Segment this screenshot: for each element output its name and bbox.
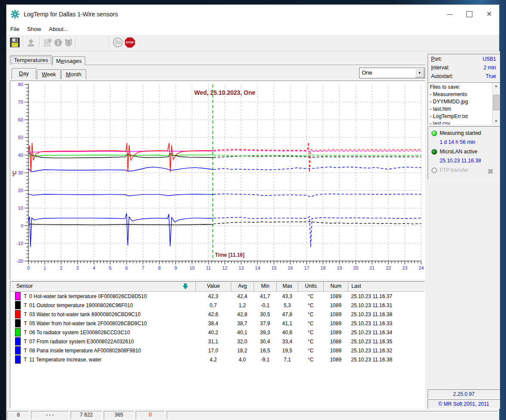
column-header-avg[interactable]: Avg [231, 282, 254, 291]
column-header-value[interactable]: Value [196, 282, 231, 291]
menu-file[interactable]: File [6, 24, 23, 35]
statusbar-cell-3: 7 622 [71, 411, 102, 419]
sensor-type: T [22, 302, 29, 308]
column-header-min[interactable]: Min [254, 282, 276, 291]
scrollbar-thumb[interactable] [493, 95, 500, 110]
scroll-down-icon[interactable]: ▼ [493, 118, 500, 124]
files-to-save-box[interactable]: Files to save: - Measurements- DYYMMDD.j… [428, 82, 500, 125]
svg-text:10: 10 [189, 265, 195, 271]
scroll-up-icon[interactable]: ▲ [493, 83, 500, 89]
sensor-units: °C [298, 339, 323, 345]
table-row[interactable]: T08 Pana inside temperature AF000802808F… [10, 346, 425, 355]
app-window: LogTemp for Dallas 1-Wire sensors ✕ File… [6, 4, 500, 420]
column-header-num[interactable]: Num [323, 282, 348, 291]
svg-text:23: 23 [402, 265, 407, 271]
svg-text:1: 1 [43, 265, 46, 271]
file-list-item: - last.htm [430, 106, 492, 113]
svg-text:24: 24 [419, 265, 424, 271]
sensor-type: T [22, 320, 29, 327]
title-bar: LogTemp for Dallas 1-Wire sensors ✕ [6, 5, 499, 24]
properties-button[interactable] [42, 37, 53, 48]
sensor-last: 25.10.23 11.16.33 [348, 320, 425, 327]
sensor-avg: 40,1 [231, 330, 254, 336]
table-row[interactable]: T03 Water to hot-water tank 690008026CBD… [10, 310, 425, 319]
svg-text:10: 10 [18, 205, 23, 211]
sensor-last: 25.10.23 11.16.31 [348, 302, 425, 308]
sensor-avg: 32,0 [231, 339, 254, 345]
upload-button[interactable] [25, 37, 37, 48]
column-header-sensor[interactable]: Sensor [10, 282, 196, 291]
tab-day[interactable]: Day [12, 68, 36, 79]
measuring-label: Measuring started [440, 130, 481, 136]
svg-text:19: 19 [337, 265, 342, 271]
sensor-max: 5,3 [276, 302, 298, 308]
chevron-down-icon: ▼ [418, 71, 422, 75]
microlan-label: MicroLAN active [440, 149, 477, 155]
menu-about[interactable]: About... [45, 24, 72, 35]
sensor-value: 38,4 [196, 320, 231, 327]
sensor-num: 1089 [323, 293, 348, 299]
close-button[interactable]: ✕ [479, 5, 499, 24]
statusbar-cell-4: 365 [104, 411, 134, 419]
sensor-table-header: Sensor Value Avg Min Max Units Num Last [10, 282, 425, 292]
port-value: USB1 [483, 55, 496, 63]
statusbar-error-count: 0 [136, 411, 165, 419]
menu-show[interactable]: Show [23, 24, 45, 35]
minimize-button[interactable] [440, 5, 459, 24]
files-to-save-list: - Measurements- DYYMMDD.jpg- last.htm- L… [430, 91, 492, 125]
sort-arrow-icon [183, 283, 188, 289]
sensor-color-swatch [15, 301, 21, 309]
sensor-value: 42,3 [196, 293, 231, 299]
tab-week[interactable]: Week [37, 69, 61, 79]
stop-button[interactable]: STOP [124, 37, 136, 48]
save-button[interactable] [9, 37, 21, 48]
tab-temperatures[interactable]: Temperatures [10, 55, 52, 65]
sensor-num: 1089 [323, 357, 348, 363]
tab-messages[interactable]: Messages [53, 56, 85, 65]
maximize-button[interactable] [459, 5, 479, 24]
temperature-chart: -20-100102030405060708001234567891011121… [10, 81, 425, 280]
sensor-color-swatch [15, 337, 21, 345]
svg-text:18: 18 [320, 265, 326, 271]
sensor-min: 39,3 [254, 330, 276, 336]
table-row[interactable]: T05 Water from hot-water tank 2F0008026C… [10, 319, 425, 328]
info-button[interactable] [52, 37, 64, 48]
svg-text:7: 7 [142, 265, 144, 271]
alarm-button[interactable] [62, 37, 74, 48]
sensor-name: 06 To radiator system 1E0008026CCD3C10 [29, 330, 196, 336]
save-icon [10, 37, 20, 47]
go-button[interactable]: Go [112, 37, 124, 48]
svg-text:11: 11 [206, 265, 211, 271]
files-to-save-title: Files to save: [430, 84, 492, 91]
svg-text:21: 21 [369, 265, 375, 271]
measuring-duration: 1 d 14 h 56 min [440, 139, 475, 145]
info-icon [53, 38, 63, 47]
series-combobox[interactable]: One ▼ [359, 68, 425, 78]
table-row[interactable]: T11 Temperature increase, water4,24,0-9,… [10, 355, 425, 364]
table-row[interactable]: T06 To radiator system 1E0008026CCD3C104… [10, 328, 425, 337]
sensor-value: 4,2 [196, 357, 231, 363]
svg-text:13: 13 [239, 265, 244, 271]
app-icon [10, 9, 20, 19]
sensor-avg: 42,4 [231, 293, 254, 299]
table-row[interactable]: T0 Hot-water tank temperature 0F0008026C… [10, 292, 425, 301]
sensor-units: °C [298, 330, 323, 336]
sensor-color-swatch [15, 328, 21, 336]
files-scrollbar[interactable]: ▲ ▼ [492, 83, 500, 124]
sensor-min: 41,7 [254, 293, 276, 299]
svg-text:8: 8 [158, 265, 161, 271]
table-row[interactable]: T01 Outdoor temperature 190008026C96F010… [10, 301, 425, 310]
sensor-num: 1089 [323, 330, 348, 336]
svg-text:14: 14 [255, 265, 260, 271]
column-header-last[interactable]: Last [348, 282, 425, 291]
table-row[interactable]: T07 From radiator system E30008022A03261… [10, 337, 425, 346]
sensor-name: 0 Hot-water tank temperature 0F0008026CD… [29, 293, 196, 299]
svg-text:22: 22 [386, 265, 391, 271]
column-header-units[interactable]: Units [298, 282, 323, 291]
toolbar: Go STOP [6, 35, 499, 51]
column-header-max[interactable]: Max [276, 282, 298, 291]
sensor-last: 25.10.23 11.16.35 [348, 339, 425, 345]
svg-text:4: 4 [93, 265, 95, 271]
combobox-dropdown-button[interactable]: ▼ [415, 68, 424, 78]
tab-month[interactable]: Month [61, 69, 86, 79]
